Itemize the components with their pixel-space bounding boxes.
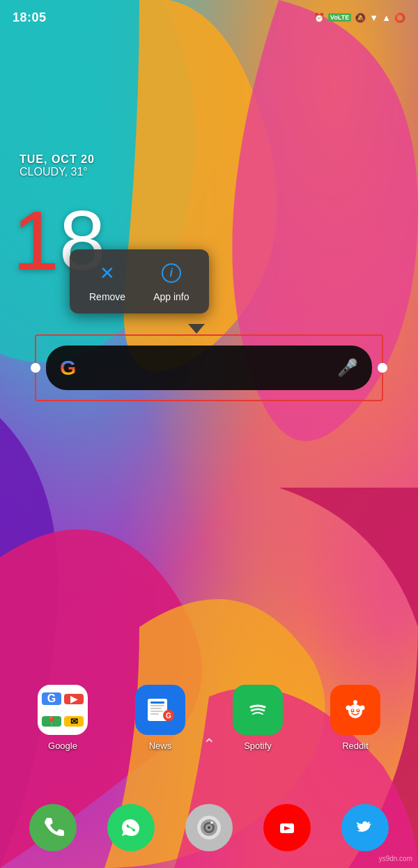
- spotify-icon-svg: [242, 695, 273, 725]
- app-info-icon-wrapper: i: [159, 261, 184, 286]
- dock-item-youtube[interactable]: [263, 804, 311, 851]
- spotify-app-icon: [233, 685, 283, 735]
- wifi-icon: ▼: [369, 13, 378, 23]
- alarm-icon: ⏰: [314, 13, 325, 23]
- context-menu-arrow: [188, 324, 205, 334]
- whatsapp-icon: [107, 804, 155, 851]
- google-app-icon: G ▶ 📍 ✉: [38, 685, 88, 735]
- svg-rect-4: [150, 708, 162, 709]
- remove-icon-wrapper: ✕: [95, 261, 120, 286]
- svg-point-25: [208, 826, 210, 829]
- svg-rect-6: [150, 713, 159, 715]
- svg-point-26: [210, 821, 213, 824]
- google-q1: G: [42, 692, 61, 705]
- x-icon: ✕: [100, 264, 115, 282]
- status-bar: 18:05 ⏰ VoLTE 🔕 ▼ ▲ ⭕: [0, 0, 418, 35]
- context-menu-remove[interactable]: ✕ Remove: [89, 261, 125, 302]
- dock-item-phone[interactable]: [29, 804, 77, 851]
- svg-point-17: [360, 706, 365, 711]
- news-icon-svg: G: [145, 695, 176, 725]
- news-app-icon: G: [135, 685, 185, 735]
- battery-icon: ⭕: [394, 13, 405, 23]
- volte-badge: VoLTE: [328, 13, 351, 22]
- mute-icon: 🔕: [355, 13, 366, 23]
- dock-item-camera[interactable]: [185, 804, 233, 851]
- microphone-icon[interactable]: 🎤: [337, 358, 358, 378]
- google-q2: ▶: [64, 694, 84, 704]
- info-icon: i: [162, 263, 181, 283]
- camera-icon: [185, 804, 233, 851]
- svg-point-15: [357, 709, 359, 711]
- twitter-icon: [341, 804, 389, 851]
- google-g-logo: G: [60, 356, 76, 380]
- weather-text: CLOUDY, 31°: [20, 166, 95, 178]
- reddit-app-icon: [330, 685, 380, 735]
- context-menu: ✕ Remove i App info: [70, 249, 209, 313]
- drawer-indicator[interactable]: ⌃: [0, 736, 418, 754]
- svg-rect-5: [150, 711, 163, 712]
- svg-point-14: [352, 709, 353, 711]
- svg-rect-3: [150, 705, 164, 706]
- status-icons: ⏰ VoLTE 🔕 ▼ ▲ ⭕: [314, 13, 405, 23]
- big-time-number: 1: [13, 194, 59, 287]
- date-widget: TUE, OCT 20 CLOUDY, 31°: [20, 153, 95, 178]
- google-q4: ✉: [64, 716, 84, 727]
- bottom-dock: [0, 798, 418, 868]
- resize-handle-left[interactable]: [31, 363, 40, 373]
- google-search-bar[interactable]: G 🎤: [46, 346, 372, 390]
- drawer-chevron-icon: ⌃: [203, 736, 215, 753]
- selection-box: G 🎤: [35, 334, 383, 401]
- resize-handle-right[interactable]: [378, 363, 387, 373]
- remove-label: Remove: [89, 291, 125, 302]
- reddit-icon-svg: [338, 692, 373, 727]
- phone-icon: [29, 804, 77, 851]
- search-widget-container: G 🎤: [35, 334, 383, 401]
- date-text: TUE, OCT 20: [20, 153, 95, 166]
- svg-point-16: [346, 706, 351, 711]
- watermark: ys9dn.com: [379, 855, 412, 862]
- dock-item-twitter[interactable]: [341, 804, 389, 851]
- svg-text:G: G: [166, 712, 171, 720]
- status-time: 18:05: [13, 10, 47, 25]
- svg-point-18: [353, 700, 357, 704]
- app-info-label: App info: [153, 291, 189, 302]
- youtube-icon: [263, 804, 311, 851]
- dock-item-whatsapp[interactable]: [107, 804, 155, 851]
- context-menu-appinfo[interactable]: i App info: [153, 261, 189, 302]
- signal-icon: ▲: [382, 13, 391, 23]
- google-q3: 📍: [42, 716, 61, 727]
- svg-rect-2: [150, 702, 164, 704]
